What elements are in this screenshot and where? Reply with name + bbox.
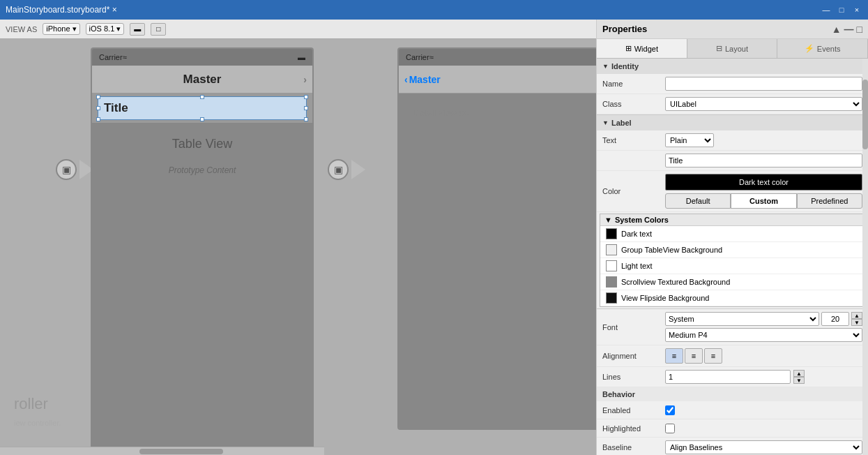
- enabled-checkbox[interactable]: [665, 405, 675, 415]
- close-button[interactable]: ×: [851, 4, 862, 15]
- name-row: Name: [597, 74, 868, 94]
- font-label: Font: [602, 323, 665, 331]
- highlighted-label: Highlighted: [602, 424, 665, 433]
- lines-input[interactable]: [665, 370, 791, 384]
- system-color-flipside-bg[interactable]: View Flipside Background: [600, 290, 865, 306]
- text-type-select[interactable]: Plain: [665, 133, 714, 147]
- system-color-scrollview-bg[interactable]: Scrollview Textured Background: [600, 274, 865, 290]
- title-bar-controls: — □ ×: [821, 4, 862, 15]
- group-bg-color-preview: [606, 244, 617, 255]
- left-statusbar: Carrier ≈ ▬: [92, 49, 312, 66]
- properties-collapse-btn[interactable]: ▲: [832, 24, 842, 35]
- font-size-input[interactable]: [821, 312, 849, 326]
- view-as-label: VIEW AS: [6, 25, 37, 33]
- tab-widget-label: Widget: [634, 45, 658, 53]
- tab-widget[interactable]: ⊞ Widget: [597, 39, 687, 58]
- font-row-outer: Font System ▲ ▼ Medium P: [597, 309, 868, 345]
- properties-min-btn[interactable]: —: [844, 24, 854, 35]
- right-wifi-icon: ≈: [429, 53, 434, 61]
- resize-tr[interactable]: [304, 95, 308, 99]
- hscroll-thumb: [139, 449, 223, 454]
- tab-layout[interactable]: ⊟ Layout: [687, 39, 778, 58]
- toolbar-btn-2[interactable]: □: [151, 23, 166, 36]
- color-btn-custom[interactable]: Custom: [731, 193, 796, 209]
- color-btn-default[interactable]: Default: [665, 193, 731, 209]
- highlighted-control: [665, 424, 862, 433]
- toolbar-btn-1[interactable]: ▬: [130, 23, 145, 36]
- highlighted-row: Highlighted: [597, 419, 868, 438]
- font-style-select[interactable]: Medium P4: [665, 328, 862, 342]
- lines-row: Lines ▲ ▼: [597, 367, 868, 387]
- color-control: Dark text color Default Custom Predefine…: [665, 174, 862, 209]
- label-triangle-icon: ▼: [602, 119, 609, 126]
- label-section-label: Label: [611, 119, 632, 127]
- table-view-label: Table View: [92, 123, 312, 165]
- properties-max-btn[interactable]: □: [857, 24, 862, 35]
- flipside-color-preview: [606, 292, 617, 304]
- minimize-button[interactable]: —: [821, 4, 832, 15]
- arrow-shape-right: [351, 160, 365, 179]
- resize-tc[interactable]: [200, 95, 204, 99]
- left-navbar: Master ›: [92, 66, 312, 94]
- align-left-btn[interactable]: ≡: [665, 348, 683, 364]
- properties-scrollbar-thumb[interactable]: [862, 80, 868, 149]
- font-family-select[interactable]: System: [665, 312, 819, 326]
- color-swatch[interactable]: Dark text color: [665, 174, 862, 191]
- right-nav-arrow: ▣: [328, 159, 365, 180]
- resize-bl[interactable]: [96, 117, 100, 121]
- lines-label: Lines: [602, 373, 665, 381]
- enabled-control: [665, 405, 862, 415]
- ios-dropdown[interactable]: iOS 8.1 ▾: [86, 23, 125, 35]
- tab-layout-label: Layout: [725, 45, 748, 53]
- prototype-label: Prototype Content: [92, 165, 312, 175]
- right-iphone: Carrier ≈ ▬ ‹ Master De Detail view co: [397, 47, 596, 430]
- lines-up[interactable]: ▲: [793, 370, 805, 377]
- identity-section-header[interactable]: ▼ Identity: [597, 59, 868, 74]
- lines-down[interactable]: ▼: [793, 377, 805, 384]
- flipside-bg-label: View Flipside Background: [621, 294, 709, 302]
- align-center-btn[interactable]: ≡: [685, 348, 703, 364]
- text-value-control: [665, 154, 862, 167]
- main-area: VIEW AS iPhone ▾ iOS 8.1 ▾ ▬ □ roller ie…: [0, 20, 868, 455]
- resize-ml[interactable]: [96, 106, 100, 110]
- title-label-cell[interactable]: Title: [98, 96, 307, 120]
- system-color-light-text[interactable]: Light text: [600, 258, 865, 274]
- name-input[interactable]: [665, 77, 862, 91]
- system-color-group-bg[interactable]: Group TableView Background: [600, 242, 865, 258]
- color-btn-predefined[interactable]: Predefined: [797, 193, 862, 209]
- system-colors-header[interactable]: ▼ System Colors: [600, 214, 865, 226]
- resize-mr[interactable]: [304, 106, 308, 110]
- controller-sublabel: iew controller.: [14, 419, 61, 427]
- properties-body: ▼ Identity Name Class UILabel: [597, 59, 868, 455]
- tab-events[interactable]: ⚡ Events: [777, 39, 868, 58]
- label-section-header[interactable]: ▼ Label: [597, 115, 868, 130]
- properties-scrollbar-track: [862, 59, 868, 455]
- text-label: Text: [602, 136, 665, 144]
- resize-br[interactable]: [304, 117, 308, 121]
- dark-text-label: Dark text: [621, 230, 652, 238]
- canvas-hscroll[interactable]: [0, 447, 324, 455]
- left-iphone-body: Table View Prototype Content: [92, 123, 312, 455]
- baseline-row: Baseline Align Baselines: [597, 438, 868, 455]
- maximize-button[interactable]: □: [836, 4, 847, 15]
- light-text-label: Light text: [621, 262, 653, 270]
- text-value-input[interactable]: [665, 154, 862, 167]
- highlighted-checkbox[interactable]: [665, 424, 675, 433]
- align-right-btn[interactable]: ≡: [704, 348, 722, 364]
- class-select[interactable]: UILabel: [665, 97, 862, 111]
- resize-bc[interactable]: [200, 117, 204, 121]
- back-button[interactable]: ‹ Master: [404, 74, 441, 85]
- color-swatch-text: Dark text color: [739, 178, 789, 186]
- lines-spinner: ▲ ▼: [793, 370, 805, 384]
- resize-tl[interactable]: [96, 95, 100, 99]
- iphone-dropdown[interactable]: iPhone ▾: [43, 23, 79, 35]
- system-color-dark-text[interactable]: Dark text: [600, 226, 865, 242]
- properties-header: Properties ▲ — □: [597, 20, 868, 39]
- font-size-up[interactable]: ▲: [851, 312, 862, 319]
- detail-view-label: Detail view co: [399, 94, 596, 132]
- identity-triangle-icon: ▼: [602, 63, 609, 70]
- baseline-select[interactable]: Align Baselines: [665, 440, 862, 454]
- font-size-down[interactable]: ▼: [851, 319, 862, 326]
- right-navbar: ‹ Master De: [399, 66, 596, 94]
- scrollview-bg-label: Scrollview Textured Background: [621, 278, 730, 286]
